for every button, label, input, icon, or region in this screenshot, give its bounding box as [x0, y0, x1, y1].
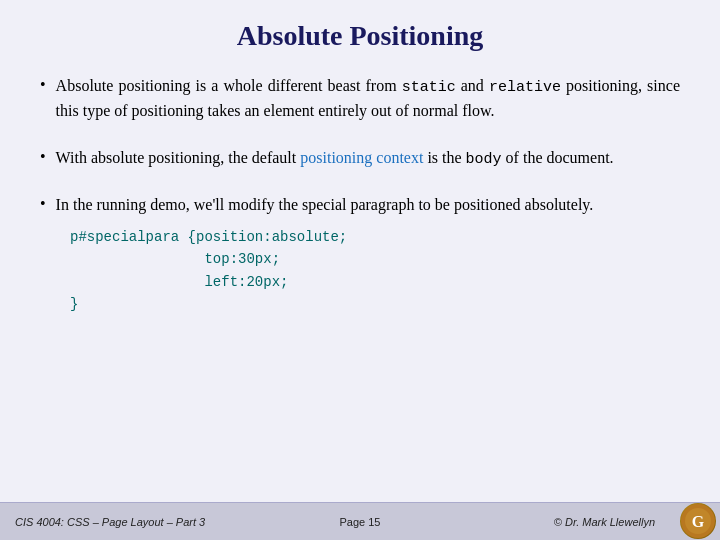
slide-title: Absolute Positioning: [40, 20, 680, 52]
code-line-4: }: [70, 293, 680, 315]
bullet-section-2: • With absolute positioning, the default…: [40, 146, 680, 175]
bullet-item-2: • With absolute positioning, the default…: [40, 146, 680, 171]
code-relative: relative: [489, 79, 561, 96]
code-line-1: p#specialpara {position:absolute;: [70, 226, 680, 248]
logo-svg: G: [680, 503, 716, 539]
code-body: body: [466, 151, 502, 168]
code-static: static: [402, 79, 456, 96]
footer-right: © Dr. Mark Llewellyn: [335, 516, 705, 528]
code-line-3: left:20px;: [70, 271, 680, 293]
slide-content: Absolute Positioning • Absolute position…: [0, 0, 720, 502]
footer-center: Page 15: [340, 516, 381, 528]
svg-text:G: G: [692, 513, 705, 530]
code-block: p#specialpara {position:absolute; top:30…: [70, 226, 680, 316]
bullet-dot-3: •: [40, 195, 46, 213]
bullet-item-3: • In the running demo, we'll modify the …: [40, 193, 680, 218]
bullet-text-1: Absolute positioning is a whole differen…: [56, 74, 680, 124]
highlight-positioning-context: positioning context: [300, 149, 423, 166]
bullet-dot-1: •: [40, 76, 46, 94]
bullet-text-2: With absolute positioning, the default p…: [56, 146, 614, 171]
footer-logo: G: [680, 503, 716, 539]
bullet-section-3: • In the running demo, we'll modify the …: [40, 193, 680, 315]
bullet-dot-2: •: [40, 148, 46, 166]
bullet-section-1: • Absolute positioning is a whole differ…: [40, 74, 680, 128]
bullet-item-1: • Absolute positioning is a whole differ…: [40, 74, 680, 124]
footer-left: CIS 4004: CSS – Page Layout – Part 3: [15, 516, 335, 528]
code-line-2: top:30px;: [70, 248, 680, 270]
footer: CIS 4004: CSS – Page Layout – Part 3 Pag…: [0, 502, 720, 540]
logo-circle: G: [680, 503, 716, 539]
bullet-text-3: In the running demo, we'll modify the sp…: [56, 193, 594, 218]
